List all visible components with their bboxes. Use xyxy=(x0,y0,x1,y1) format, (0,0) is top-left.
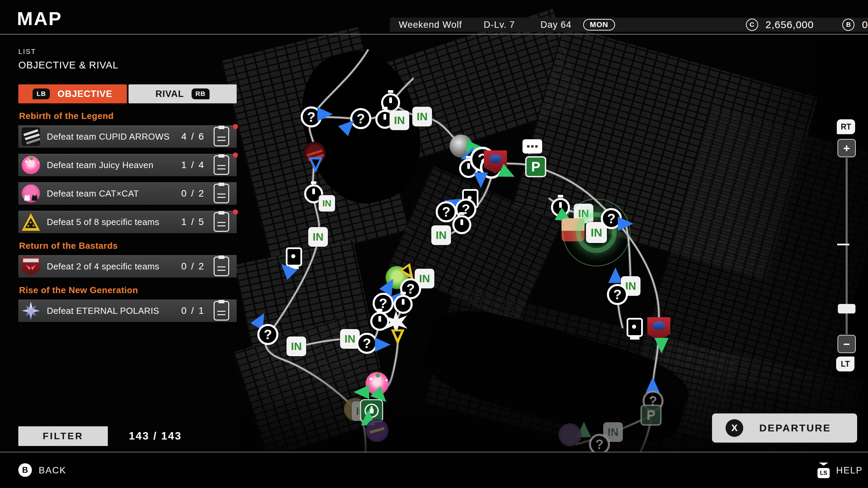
defense-level: D-Lv. 7 xyxy=(484,20,515,30)
player-status-segment: Weekend Wolf D-Lv. 7 xyxy=(390,18,534,32)
objective-count: 1 / 5 xyxy=(181,217,205,227)
section-title: Rebirth of the Legend xyxy=(19,111,237,121)
list-label: LIST xyxy=(18,47,237,56)
zoom-out-button[interactable]: − xyxy=(837,335,856,353)
back-button[interactable]: BACK xyxy=(39,465,66,476)
rt-key-badge: RT xyxy=(837,119,855,134)
blue-arrow-icon xyxy=(608,267,623,283)
question-marker[interactable]: ? xyxy=(257,324,278,345)
objective-label: Defeat team Juicy Heaven xyxy=(47,160,181,170)
objective-sections: Rebirth of the LegendDefeat team CUPID A… xyxy=(18,111,237,322)
tab-objective[interactable]: LB OBJECTIVE xyxy=(18,84,127,103)
tab-rival[interactable]: RIVAL RB xyxy=(129,84,237,103)
in-marker[interactable]: IN xyxy=(308,227,328,247)
details-clipboard-button[interactable] xyxy=(214,184,229,203)
cash-amount: 2,656,000 xyxy=(766,19,814,30)
blue-arrow-icon xyxy=(317,107,333,121)
eternal-polaris-logo xyxy=(22,302,40,320)
section-title: Return of the Bastards xyxy=(19,241,237,251)
question-marker[interactable]: ? xyxy=(607,284,628,305)
question-marker[interactable]: ? xyxy=(356,333,377,354)
objective-row[interactable]: Defeat 5 of 8 specific teams1 / 5 xyxy=(18,211,237,233)
green-arrow-icon xyxy=(654,338,669,353)
list-tabs: LB OBJECTIVE RIVAL RB xyxy=(18,84,237,103)
details-clipboard-button[interactable] xyxy=(214,301,229,321)
objective-label: Defeat 2 of 4 specific teams xyxy=(47,261,181,272)
spot-counter: 143 / 143 xyxy=(129,430,182,442)
juicy-heaven-logo xyxy=(22,156,40,174)
bp-amount: 0 xyxy=(862,19,868,30)
objective-row[interactable]: Defeat team Juicy Heaven1 / 4 xyxy=(18,154,237,176)
notification-dot xyxy=(233,209,238,215)
objective-count: 4 / 6 xyxy=(181,131,205,142)
green-arrow-icon xyxy=(354,385,369,399)
day-segment: Day 64 MON xyxy=(529,18,669,32)
vending-marker[interactable] xyxy=(627,318,643,337)
notification-dot xyxy=(233,152,238,158)
lt-key-badge: LT xyxy=(836,357,854,371)
tab-rival-label: RIVAL xyxy=(156,89,184,99)
objective-count: 0 / 2 xyxy=(181,261,205,272)
zoom-slider-handle[interactable] xyxy=(838,304,855,313)
in-marker[interactable]: IN xyxy=(287,337,306,356)
timer-marker[interactable] xyxy=(452,215,471,234)
storm-logo-marker[interactable] xyxy=(366,419,389,442)
objective-label: Defeat ETERNAL POLARIS xyxy=(47,306,181,316)
objective-label: Defeat team CAT×CAT xyxy=(47,188,181,199)
ls-stick-icon: LS xyxy=(816,463,831,478)
filter-row: FILTER 143 / 143 xyxy=(18,426,182,446)
blue-arrow-icon xyxy=(375,338,391,352)
zoom-slider-tick xyxy=(837,244,849,245)
ls-stick-label: LS xyxy=(817,468,830,478)
details-clipboard-button[interactable] xyxy=(214,155,229,175)
weekday-badge: MON xyxy=(583,19,615,30)
page-title: MAP xyxy=(17,7,62,29)
b-key-icon: B xyxy=(18,463,32,477)
objective-label: Defeat 5 of 8 specific teams xyxy=(47,217,181,227)
parking-marker[interactable]: P xyxy=(525,156,546,177)
objective-count: 0 / 2 xyxy=(181,188,205,199)
commander-logo xyxy=(22,257,40,276)
notification-dot xyxy=(233,124,238,129)
in-marker[interactable]: IN xyxy=(431,225,451,245)
in-marker[interactable]: IN xyxy=(412,107,432,126)
header-divider xyxy=(0,34,868,35)
list-title: OBJECTIVE & RIVAL xyxy=(18,60,237,71)
details-clipboard-button[interactable] xyxy=(214,257,229,276)
section-title: Rise of the New Generation xyxy=(19,285,237,296)
in-marker[interactable]: IN xyxy=(390,110,409,130)
objective-row[interactable]: Defeat team CUPID ARROWS4 / 6 xyxy=(18,125,237,148)
departure-button[interactable]: X DEPARTURE xyxy=(712,413,857,443)
x-key-icon: X xyxy=(726,419,743,437)
details-clipboard-button[interactable] xyxy=(214,212,229,232)
zoom-in-button[interactable]: + xyxy=(837,139,856,157)
objective-row[interactable]: Defeat ETERNAL POLARIS0 / 1 xyxy=(18,300,237,322)
blue-arrow-icon xyxy=(474,172,488,188)
blue-arrow-icon xyxy=(618,217,633,231)
rb-key-badge: RB xyxy=(192,88,210,99)
strike-logo-marker[interactable] xyxy=(647,317,670,340)
footer-bar: B BACK LS HELP xyxy=(0,452,868,488)
purple-logo-marker[interactable] xyxy=(558,423,581,446)
bp-coin-icon: B xyxy=(842,19,854,31)
parking-marker[interactable]: P xyxy=(640,405,662,426)
filter-button[interactable]: FILTER xyxy=(18,426,108,446)
objective-label: Defeat team CUPID ARROWS xyxy=(47,131,181,142)
day-count: Day 64 xyxy=(540,20,572,30)
player-name: Weekend Wolf xyxy=(399,20,462,30)
cash-segment: C 2,656,000 xyxy=(662,18,838,32)
another-star-logo xyxy=(22,213,40,231)
chat-marker[interactable] xyxy=(522,139,542,154)
objective-panel: LIST OBJECTIVE & RIVAL LB OBJECTIVE RIVA… xyxy=(18,47,237,328)
blue-arrow-icon xyxy=(309,157,323,173)
objective-row[interactable]: Defeat 2 of 4 specific teams0 / 2 xyxy=(18,255,237,278)
in-marker[interactable]: IN xyxy=(319,195,335,211)
objective-count: 1 / 4 xyxy=(181,160,205,170)
bp-segment: B 0 xyxy=(818,18,868,32)
help-button[interactable]: HELP xyxy=(836,465,863,476)
objective-row[interactable]: Defeat team CAT×CAT0 / 2 xyxy=(18,182,237,205)
lb-key-badge: LB xyxy=(33,88,50,99)
details-clipboard-button[interactable] xyxy=(214,127,229,146)
objective-count: 0 / 1 xyxy=(181,305,205,316)
tab-objective-label: OBJECTIVE xyxy=(57,89,112,99)
